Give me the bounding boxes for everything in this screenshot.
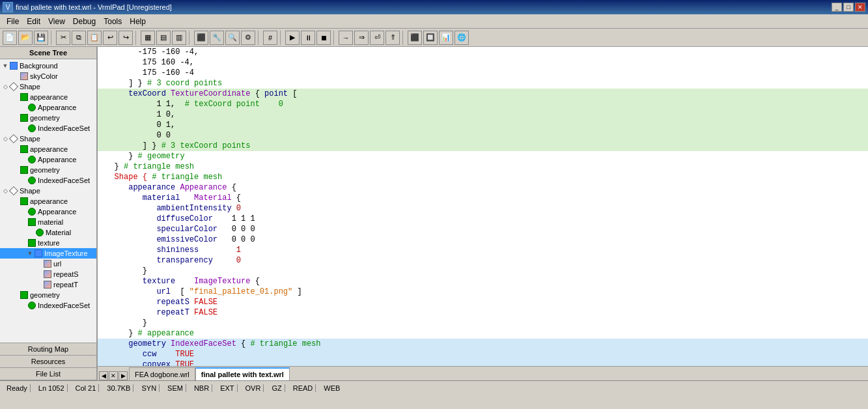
scene-tree-content[interactable]: ▼ Background skyColor ◇ Shape appearance xyxy=(0,59,96,343)
code-line-11: } # geometry xyxy=(98,151,868,162)
btn23[interactable]: 🌐 xyxy=(455,31,469,45)
routing-map-tab[interactable]: Routing Map xyxy=(0,343,96,356)
maximize-button[interactable]: □ xyxy=(843,3,854,12)
btn22[interactable]: 📊 xyxy=(439,31,453,45)
btn16[interactable]: → xyxy=(339,31,353,45)
tab-pallete[interactable]: final pallete with text.wrl xyxy=(195,367,290,380)
menu-debug[interactable]: Debug xyxy=(69,16,100,27)
ImageTexture-label: ImageTexture xyxy=(44,249,88,257)
tree-item-Appearance3[interactable]: Appearance xyxy=(0,206,96,217)
expand-ImgTex[interactable]: ▼ xyxy=(26,249,34,257)
code-line-31: convex TRUE xyxy=(98,360,868,366)
App1-icon xyxy=(27,103,36,112)
btn12[interactable]: # xyxy=(263,31,277,45)
new-btn[interactable]: 📄 xyxy=(3,31,17,45)
btn14[interactable]: ⏸ xyxy=(301,31,315,45)
expand-background[interactable]: ▼ xyxy=(1,62,9,70)
main-content: Scene Tree ▼ Background skyColor ◇ Shape xyxy=(0,47,868,380)
btn17[interactable]: ⇒ xyxy=(354,31,369,45)
minimize-button[interactable]: _ xyxy=(832,3,842,12)
btn21[interactable]: 🔲 xyxy=(423,31,438,45)
btn7[interactable]: ▥ xyxy=(172,31,186,45)
tree-item-repeatS[interactable]: repeatS xyxy=(0,269,96,279)
tree-item-geometry1[interactable]: geometry xyxy=(0,113,96,123)
scene-tree-panel: Scene Tree ▼ Background skyColor ◇ Shape xyxy=(0,47,98,380)
tree-item-ifs3[interactable]: IndexedFaceSet xyxy=(0,300,96,311)
resources-tab[interactable]: Resources xyxy=(0,356,96,368)
btn13[interactable]: ▶ xyxy=(285,31,300,45)
expand-geo3 xyxy=(12,291,20,299)
redo-btn[interactable]: ↪ xyxy=(119,31,133,45)
status-col: Col 21 xyxy=(73,384,100,392)
Appearance2-label: Appearance xyxy=(38,156,76,163)
ifs3-label: IndexedFaceSet xyxy=(38,302,90,309)
menu-help[interactable]: Help xyxy=(126,16,150,27)
code-line-6: 1 1, # texCoord point 0 xyxy=(98,99,868,109)
btn18[interactable]: ⏎ xyxy=(370,31,384,45)
paste-btn[interactable]: 📋 xyxy=(87,31,102,45)
undo-btn[interactable]: ↩ xyxy=(103,31,117,45)
tree-item-Material1[interactable]: Material xyxy=(0,227,96,238)
expand-shape1[interactable]: ◇ xyxy=(1,83,9,91)
file-list-tab[interactable]: File List xyxy=(0,368,96,380)
Appearance3-label: Appearance xyxy=(38,208,76,216)
expand-shape3[interactable]: ◇ xyxy=(1,187,9,195)
code-line-10: ] } # 3 texCoord points xyxy=(98,141,868,151)
code-line-3: 175 -160 -4 xyxy=(98,68,868,78)
btn20[interactable]: ⬛ xyxy=(408,31,422,45)
close-button[interactable]: ✕ xyxy=(855,3,865,12)
menu-file[interactable]: File xyxy=(3,16,23,27)
status-size: 30.7KB xyxy=(104,384,133,392)
ImgTex-icon xyxy=(34,249,43,258)
toolbar: 📄 📂 💾 ✂ ⧉ 📋 ↩ ↪ ▦ ▤ ▥ ⬛ 🔧 🔍 ⚙ # ▶ ⏸ ⏹ → … xyxy=(0,29,868,47)
tab-next[interactable]: ▶ xyxy=(119,371,128,380)
tree-item-geometry3[interactable]: geometry xyxy=(0,290,96,300)
sep4 xyxy=(258,31,260,45)
tree-item-material1[interactable]: material xyxy=(0,217,96,227)
tree-item-shape3[interactable]: ◇ Shape xyxy=(0,186,96,196)
btn8[interactable]: ⬛ xyxy=(194,31,208,45)
tree-item-ifs1[interactable]: IndexedFaceSet xyxy=(0,123,96,134)
code-line-20: shininess 1 xyxy=(98,245,868,255)
tree-item-shape2[interactable]: ◇ Shape xyxy=(0,134,96,144)
tree-item-url[interactable]: url xyxy=(0,259,96,269)
tree-item-skycolor[interactable]: skyColor xyxy=(0,71,96,81)
tree-item-texture1[interactable]: texture xyxy=(0,238,96,248)
editor-content[interactable]: -175 -160 -4, 175 160 -4, 175 -160 -4 ] … xyxy=(98,47,868,366)
tab-prev[interactable]: ◀ xyxy=(99,371,108,380)
tab-fea[interactable]: FEA dogbone.wrl xyxy=(129,367,195,380)
btn19[interactable]: ⇑ xyxy=(385,31,400,45)
tree-item-ifs2[interactable]: IndexedFaceSet xyxy=(0,175,96,186)
tree-item-Appearance2[interactable]: Appearance xyxy=(0,154,96,165)
tree-item-ImageTexture[interactable]: ▼ ImageTexture xyxy=(0,248,96,259)
btn11[interactable]: ⚙ xyxy=(241,31,255,45)
code-line-8: 0 1, xyxy=(98,120,868,130)
sep7 xyxy=(402,31,405,45)
tab-close[interactable]: ✕ xyxy=(109,371,118,380)
btn6[interactable]: ▤ xyxy=(156,31,171,45)
tree-item-background[interactable]: ▼ Background xyxy=(0,61,96,71)
menu-bar: File Edit View Debug Tools Help xyxy=(0,14,868,29)
tree-item-Appearance1[interactable]: Appearance xyxy=(0,102,96,113)
btn15[interactable]: ⏹ xyxy=(316,31,331,45)
code-line-15: material Material { xyxy=(98,193,868,203)
tree-item-appearance3[interactable]: appearance xyxy=(0,196,96,206)
tree-item-appearance1[interactable]: appearance xyxy=(0,92,96,102)
menu-view[interactable]: View xyxy=(44,16,69,27)
save-btn[interactable]: 💾 xyxy=(34,31,48,45)
tree-item-geometry2[interactable]: geometry xyxy=(0,165,96,175)
open-btn[interactable]: 📂 xyxy=(18,31,33,45)
expand-shape2[interactable]: ◇ xyxy=(1,135,9,143)
copy-btn[interactable]: ⧉ xyxy=(72,31,86,45)
geo1-icon xyxy=(20,113,29,122)
btn9[interactable]: 🔧 xyxy=(210,31,224,45)
btn10[interactable]: 🔍 xyxy=(225,31,240,45)
menu-tools[interactable]: Tools xyxy=(100,16,126,27)
tree-item-shape1[interactable]: ◇ Shape xyxy=(0,81,96,92)
btn5[interactable]: ▦ xyxy=(141,31,155,45)
cut-btn[interactable]: ✂ xyxy=(56,31,70,45)
menu-edit[interactable]: Edit xyxy=(23,16,44,27)
tree-item-repeatT[interactable]: repeatT xyxy=(0,279,96,290)
geometry1-label: geometry xyxy=(30,114,60,122)
tree-item-appearance2[interactable]: appearance xyxy=(0,144,96,154)
